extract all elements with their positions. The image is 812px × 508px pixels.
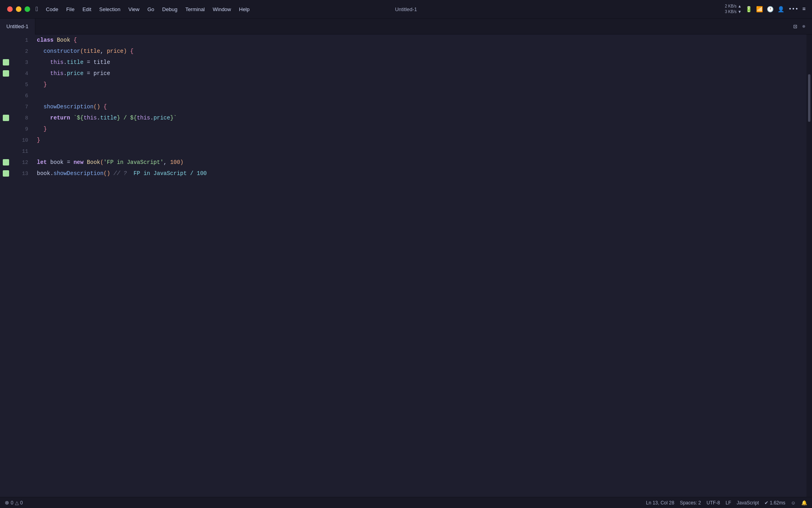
code-line[interactable]: constructor(title, price) { [34,46,806,57]
token-prop: price [67,70,84,77]
token-plain [70,115,73,121]
editor-tab[interactable]: Untitled-1 [0,19,35,35]
menu-go[interactable]: Go [144,0,158,18]
menu-help[interactable]: Help [235,0,254,18]
token-plain [37,126,44,132]
wifi-icon: 📶 [756,6,763,13]
code-line[interactable]: } [34,123,806,135]
breakpoint-indicator [3,159,9,165]
cursor-position[interactable]: Ln 13, Col 28 [646,500,674,506]
code-line[interactable]: return `${this.title} / ${this.price}` [34,112,806,123]
code-line[interactable]: book.showDescription() // ? FP in JavaSc… [34,168,806,179]
token-prop: title [67,59,84,65]
code-line[interactable]: this.title = title [34,57,806,68]
token-plain [37,104,44,110]
indentation[interactable]: Spaces: 2 [680,500,701,506]
indicator-cell [0,168,12,179]
code-line[interactable]: showDescription() { [34,101,806,112]
token-paren: ( [100,159,103,165]
line-number: 5 [12,79,31,90]
encoding[interactable]: UTF-8 [707,500,720,506]
minimize-button[interactable] [16,6,21,12]
code-line[interactable]: } [34,79,806,90]
token-template-str: ${ [77,115,84,121]
tab-bar-right: ⊡ ● [793,23,806,31]
split-editor-icon[interactable]: ⊡ [793,23,797,31]
indicator-cell [0,123,12,135]
token-method-name: showDescription [44,104,94,110]
token-paren: ) [123,48,126,54]
token-var-name: book [50,159,64,165]
token-param: price [107,48,123,54]
indicator-cell [0,57,12,68]
token-kw-this: this [137,115,150,121]
tab-label: Untitled-1 [6,23,29,29]
scrollbar[interactable] [806,35,812,497]
token-kw-constructor: constructor [44,48,80,54]
token-kw-let: let [37,159,47,165]
token-prop: title [100,115,117,121]
token-paren: () [94,104,100,110]
notifications-icon[interactable]: 🔔 [801,500,807,506]
code-line[interactable]: let book = new Book('FP in JavaScript', … [34,157,806,168]
token-brace: { [130,48,133,54]
token-plain [37,59,50,65]
code-line[interactable] [34,90,806,101]
menu-debug[interactable]: Debug [158,0,181,18]
maximize-button[interactable] [25,6,30,12]
eol[interactable]: LF [726,500,731,506]
error-count[interactable]: ⊗ 0 △ 0 [5,500,23,506]
indicator-cell [0,79,12,90]
line-number: 1 [12,35,31,46]
language-mode[interactable]: JavaScript [737,500,759,506]
indicator-cell [0,135,12,146]
token-plain [47,159,50,165]
indicator-column [0,35,12,497]
menu-edit[interactable]: Edit [79,0,95,18]
indicator-cell [0,68,12,79]
breakpoint-indicator [3,115,9,121]
indicator-cell [0,90,12,101]
token-kw-this: this [84,115,97,121]
token-plain [100,104,103,110]
apple-menu[interactable]:  [32,0,42,18]
token-class-name: Book [57,37,70,43]
indicator-cell [0,46,12,57]
token-var-name: book [37,170,50,177]
scrollbar-thumb[interactable] [808,74,810,122]
menu-view[interactable]: View [124,0,144,18]
title-bar-right: 2 KB/s ▲3 KB/s ▼ 🔋 📶 🕐 👤 ••• ≡ [725,4,806,15]
menu-code[interactable]: Code [42,0,62,18]
menu-window[interactable]: Window [209,0,235,18]
status-right: Ln 13, Col 28 Spaces: 2 UTF-8 LF JavaScr… [646,500,807,506]
feedback-icon[interactable]: ☺ [791,500,796,506]
code-line[interactable]: } [34,135,806,146]
token-brace: } [44,126,47,132]
editor: 12345678910111213 class Book { construct… [0,35,812,497]
token-brace: } [37,137,40,143]
token-plain [37,115,50,121]
breakpoint-indicator [3,59,9,65]
battery-icon: 🔋 [745,6,752,13]
menu-selection[interactable]: Selection [95,0,124,18]
token-paren: ) [180,159,183,165]
indicator-cell [0,112,12,123]
line-number: 6 [12,90,31,101]
error-icon: ⊗ [5,500,9,506]
code-line[interactable]: class Book { [34,35,806,46]
token-comment: // ? [113,170,127,177]
token-prop: price [153,115,170,121]
token-plain: = [63,159,73,165]
line-number: 7 [12,101,31,112]
code-line[interactable] [34,146,806,157]
close-button[interactable] [7,6,13,12]
timing[interactable]: ✔ 1.62ms [764,500,785,506]
token-plain [127,48,130,54]
menu-terminal[interactable]: Terminal [181,0,209,18]
token-plain [127,170,130,177]
title-bar:  Code File Edit Selection View Go Debug… [0,0,812,19]
code-editor[interactable]: class Book { constructor(title, price) {… [34,35,806,497]
code-line[interactable]: this.price = price [34,68,806,79]
token-kw-this: this [50,70,64,77]
menu-file[interactable]: File [62,0,79,18]
